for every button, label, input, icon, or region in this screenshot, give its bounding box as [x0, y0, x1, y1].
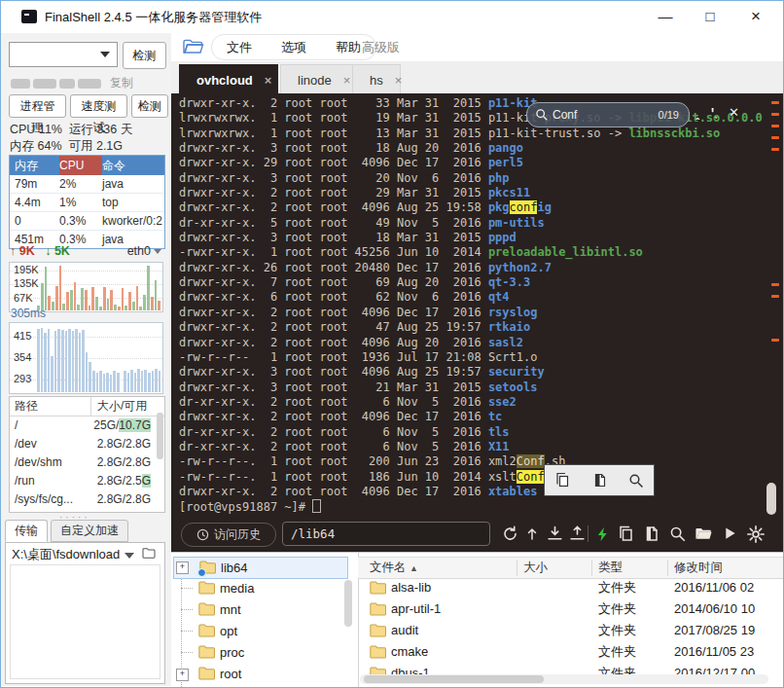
search-icon[interactable] [628, 473, 644, 489]
download-panel: X:\桌面\fsdownload [5, 542, 165, 684]
remote-path-input[interactable]: /lib64 [282, 522, 490, 546]
selection-popup [544, 464, 655, 496]
disk-row[interactable]: /dev2.8G/2.8G [10, 435, 164, 453]
action-button-2[interactable]: 检测 [131, 94, 168, 118]
download-icon[interactable] [547, 525, 564, 543]
interface-select[interactable]: eth0 [127, 244, 161, 258]
column-size[interactable]: 大小 [523, 558, 548, 578]
menu-item-0[interactable]: 文件 [212, 39, 267, 56]
settings-icon[interactable] [747, 525, 765, 543]
search-match-marker [771, 283, 779, 286]
directory-tree: lib64mediamntoptprocroot ++ [171, 553, 359, 687]
column-type[interactable]: 类型 [598, 558, 623, 578]
sort-asc-icon: ▲ [410, 563, 418, 573]
action-button-1[interactable]: 速度测试 [70, 94, 127, 118]
folder-icon [198, 601, 215, 616]
connection-combobox[interactable] [9, 42, 118, 67]
tree-item-lib64[interactable]: lib64 [173, 557, 348, 579]
network-header: ↑ 9K ↓ 5K eth0 [10, 244, 163, 260]
terminal-search-box[interactable]: Conf 0/19 [526, 102, 690, 127]
scrollbar[interactable] [344, 580, 352, 627]
parent-up-icon[interactable] [524, 525, 542, 543]
tab-close-icon[interactable]: × [265, 73, 272, 88]
disk-row[interactable]: /sys/fs/cg...2.8G/2.8G [10, 490, 164, 509]
sidebar-tab-1[interactable]: 自定义加速 [51, 520, 128, 542]
search-match-marker [771, 101, 779, 104]
terminal[interactable]: drwxr-xr-x. 2 root root 33 Mar 31 2015 p… [171, 93, 783, 517]
search-counter: 0/19 [659, 109, 679, 121]
search-match-marker [771, 295, 779, 298]
transfer-list-empty [10, 564, 160, 679]
folder-icon[interactable] [142, 547, 156, 559]
open-folder-icon[interactable] [695, 525, 712, 543]
folder-icon [370, 623, 386, 637]
column-filename[interactable]: 文件名 ▲ [370, 558, 418, 579]
folder-icon [198, 644, 215, 659]
tab-close-icon[interactable]: × [343, 73, 351, 88]
file-row-audit[interactable]: audit文件夹2017/08/25 19 [358, 620, 783, 641]
sidebar-tab-0[interactable]: 传输 [5, 520, 48, 542]
tab-close-icon[interactable]: × [395, 73, 403, 88]
tree-expander-icon[interactable]: + [176, 669, 189, 681]
file-row-alsa-lib[interactable]: alsa-lib文件夹2016/11/06 02 [358, 577, 783, 598]
tree-item-root[interactable]: root [173, 664, 346, 684]
censored-host-text [78, 79, 101, 89]
menu-item-1[interactable]: 选项 [267, 39, 321, 56]
copy-icon[interactable] [618, 525, 635, 543]
scrollbar[interactable] [157, 413, 163, 459]
disk-row[interactable]: /run2.8G/2.5G [10, 472, 164, 490]
file-row-cmake[interactable]: cmake文件夹2016/11/05 23 [358, 641, 783, 663]
column-modified[interactable]: 修改时间 [674, 558, 723, 578]
chevron-down-icon [154, 249, 161, 254]
close-button[interactable]: × [741, 5, 770, 28]
process-row[interactable]: 79m2%java [10, 175, 164, 194]
disk-table-header: 路径 大小/可用 [10, 397, 164, 416]
action-button-0[interactable]: 进程管理 [9, 94, 66, 118]
copy-link[interactable]: 复制 [110, 75, 133, 91]
maximize-button[interactable]: □ [695, 5, 725, 28]
tree-expander-icon[interactable]: + [176, 561, 189, 574]
speed-boost-icon[interactable] [595, 525, 613, 543]
file-row-apr-util-1[interactable]: apr-util-1文件夹2014/06/10 10 [358, 598, 783, 620]
session-tab-linode[interactable]: linode× [280, 64, 354, 94]
session-tab-hs[interactable]: hs× [352, 64, 401, 94]
search-icon [535, 108, 549, 122]
menu-row: 文件选项帮助 高级版 [171, 33, 783, 61]
copy-icon[interactable] [554, 472, 571, 489]
search-match-marker [771, 125, 779, 127]
session-tab-ovhcloud[interactable]: ovhcloud× [179, 64, 278, 94]
search-icon[interactable] [669, 525, 687, 543]
horizontal-scrollbar[interactable] [360, 674, 768, 684]
session-tab-bar: ovhcloud×linode×hs× [171, 61, 783, 93]
main-pane: 文件选项帮助 高级版 ovhcloud×linode×hs× drwxr-xr-… [171, 33, 783, 686]
sidebar-bottom-tabs: 传输自定义加速 [5, 520, 128, 542]
tree-item-proc[interactable]: proc [173, 642, 346, 663]
paste-icon[interactable] [591, 472, 608, 489]
title-bar: FinalShell 2.4.5 一体化服务器管理软件 — □ × [1, 1, 783, 33]
disk-row[interactable]: /dev/shm2.8G/2.8G [10, 453, 164, 472]
minimize-button[interactable]: — [651, 5, 680, 28]
tree-item-mnt[interactable]: mnt [173, 599, 346, 620]
detect-button-top[interactable]: 检测 [123, 42, 166, 69]
upload-icon[interactable] [569, 525, 587, 543]
history-button[interactable]: 访问历史 [181, 523, 276, 547]
search-match-marker [771, 113, 779, 116]
folder-icon [370, 644, 386, 659]
chevron-down-icon[interactable] [125, 553, 134, 559]
run-command-icon[interactable] [723, 525, 740, 543]
disk-row[interactable]: /25G/10.7G [10, 416, 164, 435]
paste-icon[interactable] [643, 525, 660, 543]
refresh-icon[interactable] [502, 525, 519, 543]
process-row[interactable]: 4.4m1%top [10, 194, 164, 212]
search-prev-icon[interactable]: ꞈ [695, 105, 699, 120]
download-path[interactable]: X:\桌面\fsdownload [12, 546, 120, 563]
tree-item-media[interactable]: media [173, 578, 346, 598]
process-table: 内存CPU命令79m2%java4.4m1%top00.3%kworker/0:… [9, 155, 165, 249]
history-clock-icon [196, 528, 209, 541]
search-next-icon[interactable]: ꞌ˯ [711, 105, 718, 120]
process-row[interactable]: 00.3%kworker/0:2 [10, 212, 164, 231]
tree-item-opt[interactable]: opt [173, 621, 346, 641]
search-close-icon[interactable]: ✕ [729, 105, 739, 120]
open-connection-folder-icon[interactable] [182, 37, 204, 56]
terminal-scrollbar-thumb[interactable] [766, 483, 776, 515]
